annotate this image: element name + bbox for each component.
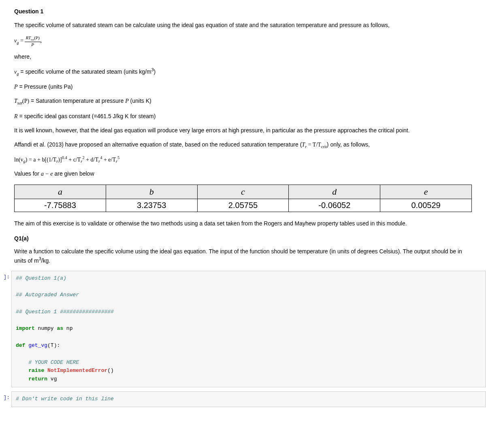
code-editor[interactable]: # Don't write code in this line [11, 391, 486, 407]
input-prompt: ]: [0, 391, 11, 407]
col-c: c [197, 185, 289, 199]
q1a-text: Write a function to calculate the specif… [14, 247, 472, 265]
def-p: P = Pressure (units Pa) [14, 83, 472, 91]
paragraph-affandi: Affandi et al. (2013) have proposed an a… [14, 140, 472, 150]
paragraph-errors: It is well known, however, that the idea… [14, 126, 472, 135]
col-d: d [289, 185, 380, 199]
code-cell-2[interactable]: ]: # Don't write code in this line [0, 391, 486, 407]
equation-affandi: ln(vg) = a + b[(1/Tr)]0.4 + c/Tr2 + d/Tr… [14, 155, 472, 163]
col-b: b [106, 185, 197, 199]
question-title: Question 1 [14, 8, 472, 15]
aim-paragraph: The aim of this exercise is to validate … [14, 219, 472, 228]
code-editor[interactable]: ## Question 1(a) ## Autograded Answer ##… [11, 271, 486, 387]
col-a: a [15, 185, 106, 199]
input-prompt: ]: [0, 271, 11, 387]
markdown-cell: Question 1 The specific volume of satura… [0, 0, 486, 265]
q1a-title: Q1(a) [14, 235, 472, 242]
equation-ideal-gas: vg = RTsat(P)P, [14, 35, 472, 47]
val-a: -7.75883 [15, 199, 106, 212]
def-r: R = specific ideal gas constant (=461.5 … [14, 112, 472, 121]
values-label: Values for a − e are given below [14, 170, 472, 178]
val-c: 2.05755 [197, 199, 289, 212]
where-label: where, [14, 53, 472, 61]
coefficients-table: a b c d e -7.75883 3.23753 2.05755 -0.06… [14, 185, 472, 212]
val-e: 0.00529 [380, 199, 472, 212]
code-cell-1[interactable]: ]: ## Question 1(a) ## Autograded Answer… [0, 271, 486, 387]
def-tsat: Tsat(P) = Saturation temperature at pres… [14, 97, 472, 106]
table-header-row: a b c d e [15, 185, 472, 199]
table-row: -7.75883 3.23753 2.05755 -0.06052 0.0052… [15, 199, 472, 212]
intro-paragraph: The specific volume of saturated steam c… [14, 21, 472, 30]
col-e: e [380, 185, 472, 199]
def-vg: vg = specific volume of the saturated st… [14, 67, 472, 77]
val-d: -0.06052 [289, 199, 380, 212]
val-b: 3.23753 [106, 199, 197, 212]
